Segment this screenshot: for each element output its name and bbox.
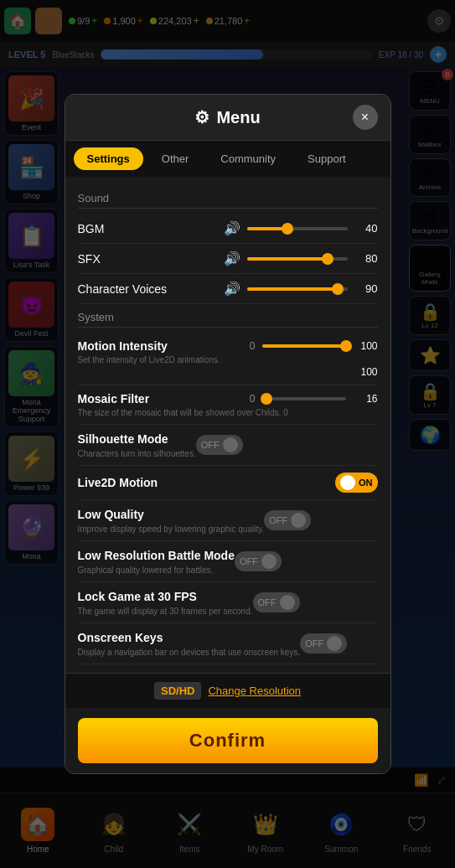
onscreen-row: Onscreen Keys Display a navigation bar o… <box>78 623 378 664</box>
sfx-label: SFX <box>78 252 217 266</box>
lowres-sub: Graphical quality lowered for battles. <box>78 566 235 575</box>
silhouette-toggle[interactable]: OFF <box>196 435 243 455</box>
gear-icon: ⚙ <box>194 107 209 127</box>
lockfps-state: OFF <box>258 597 277 607</box>
silhouette-toggle-circle <box>223 437 238 452</box>
lowres-toggle[interactable]: OFF <box>235 551 282 571</box>
tab-settings[interactable]: Settings <box>74 147 143 170</box>
live2d-label: Live2D Motion <box>78 476 336 489</box>
live2d-row: Live2D Motion ON <box>78 466 378 500</box>
motion-row: Motion Intensity 0 100 Set the intensity… <box>78 333 378 385</box>
menu-content: Sound BGM 🔊 40 SFX 🔊 <box>65 177 390 673</box>
modal-overlay: ⚙ Menu × Settings Other Community Suppor… <box>0 0 455 868</box>
tab-community[interactable]: Community <box>207 147 289 170</box>
bgm-slider[interactable] <box>247 227 348 230</box>
voices-volume-icon: 🔊 <box>224 281 240 297</box>
motion-slider[interactable] <box>262 344 346 348</box>
motion-sub: Set the intensity of Live2D animations. <box>78 355 378 364</box>
menu-title: ⚙ Menu <box>194 107 260 127</box>
lockfps-toggle[interactable]: OFF <box>253 592 300 612</box>
confirm-button[interactable]: Confirm <box>78 718 378 763</box>
onscreen-state: OFF <box>305 638 323 648</box>
motion-min: 0 <box>250 340 256 352</box>
mosaic-slider[interactable] <box>262 397 346 400</box>
onscreen-label: Onscreen Keys <box>78 631 163 644</box>
voices-row: Character Voices 🔊 90 <box>78 274 378 304</box>
silhouette-sub: Characters turn into silhouettes. <box>78 449 196 458</box>
voices-label: Character Voices <box>78 282 217 296</box>
lowquality-label: Low Quality <box>78 508 144 521</box>
mosaic-min: 0 <box>250 393 256 405</box>
confirm-area: Confirm <box>65 708 390 773</box>
live2d-toggle[interactable]: ON <box>335 473 378 493</box>
system-section-label: System <box>78 311 378 328</box>
lowquality-toggle[interactable]: OFF <box>264 510 311 530</box>
mosaic-small-val: 0 <box>283 408 288 417</box>
motion-max-label: 100 <box>353 340 378 352</box>
onscreen-sub: Display a navigation bar on devices that… <box>78 648 301 657</box>
menu-modal: ⚙ Menu × Settings Other Community Suppor… <box>65 94 391 774</box>
resolution-bar: SD/HD Change Resolution <box>65 673 390 708</box>
bgm-label: BGM <box>78 222 217 235</box>
voices-slider[interactable] <box>247 287 348 291</box>
lowres-row: Low Resolution Battle Mode Graphical qua… <box>78 541 378 582</box>
bgm-value: 40 <box>354 222 378 235</box>
voices-value: 90 <box>354 282 378 295</box>
lockfps-label: Lock Game at 30 FPS <box>78 590 197 603</box>
bgm-volume-icon: 🔊 <box>224 220 240 236</box>
sfx-value: 80 <box>354 252 378 265</box>
lockfps-toggle-circle <box>280 595 295 610</box>
voices-slider-container: 90 <box>247 282 378 295</box>
menu-tabs: Settings Other Community Support <box>65 141 390 177</box>
motion-current: 100 <box>360 366 377 378</box>
bgm-row: BGM 🔊 40 <box>78 214 378 244</box>
menu-header: ⚙ Menu × <box>65 95 390 141</box>
lowres-label: Low Resolution Battle Mode <box>78 549 235 562</box>
lockfps-row: Lock Game at 30 FPS The game will displa… <box>78 582 378 623</box>
sfx-slider[interactable] <box>247 257 348 261</box>
onscreen-toggle-circle <box>327 636 342 651</box>
tab-support[interactable]: Support <box>294 147 359 170</box>
silhouette-state: OFF <box>201 440 220 450</box>
sound-section-label: Sound <box>78 192 378 209</box>
lowquality-row: Low Quality Improve display speed by low… <box>78 500 378 541</box>
lowres-toggle-circle <box>261 554 277 569</box>
live2d-toggle-circle <box>340 475 355 490</box>
mosaic-sub: The size of the mosaic that will be show… <box>78 408 378 417</box>
lockfps-sub: The game will display at 30 frames per s… <box>78 607 253 616</box>
bgm-slider-container: 40 <box>247 222 378 235</box>
sfx-slider-container: 80 <box>247 252 378 265</box>
change-resolution-link[interactable]: Change Resolution <box>208 685 301 697</box>
mosaic-value: 16 <box>353 393 378 405</box>
tab-other[interactable]: Other <box>148 147 203 170</box>
mosaic-label: Mosaic Filter <box>78 392 250 406</box>
lowquality-toggle-circle <box>291 513 306 528</box>
onscreen-toggle[interactable]: OFF <box>300 633 347 654</box>
resolution-badge: SD/HD <box>154 682 201 700</box>
silhouette-row: Silhouette Mode Characters turn into sil… <box>78 425 378 466</box>
sfx-row: SFX 🔊 80 <box>78 244 378 274</box>
silhouette-label: Silhouette Mode <box>78 432 168 446</box>
lowquality-state: OFF <box>269 515 287 525</box>
lowres-state: OFF <box>240 556 258 566</box>
mosaic-row: Mosaic Filter 0 16 The size of the mosai… <box>78 385 378 425</box>
close-button[interactable]: × <box>353 105 378 130</box>
live2d-state: ON <box>359 478 373 488</box>
lowquality-sub: Improve display speed by lowering graphi… <box>78 524 265 534</box>
motion-label: Motion Intensity <box>78 339 250 353</box>
sfx-volume-icon: 🔊 <box>224 251 240 266</box>
